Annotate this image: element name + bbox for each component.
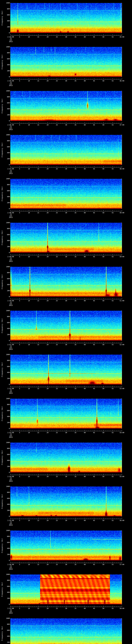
time-tick-label: 10 <box>28 80 30 82</box>
frequency-axis-label: Frequency (Hz) <box>1 91 3 121</box>
spectrogram-panel: Frequency (Hz) 100080060040020002:53:005… <box>0 396 132 440</box>
freq-tick-label: 200 <box>4 26 10 28</box>
date-label: 2015 <box>9 568 13 570</box>
time-tick-label: 20 <box>46 300 48 302</box>
time-tick-label: 20 <box>46 432 48 434</box>
freq-tick-label: 600 <box>4 234 10 236</box>
freq-tick-label: 200 <box>4 554 10 555</box>
time-tick-label: 55 <box>112 476 114 478</box>
time-tick-label: 45 <box>93 212 95 214</box>
time-tick-label: 30 <box>65 300 67 302</box>
freq-tick-label: 200 <box>4 158 10 160</box>
time-tick-label: 25 <box>56 608 58 609</box>
time-tick-label: 35 <box>74 80 76 82</box>
end-time-label: 45:00 <box>120 36 124 38</box>
time-tick-label: 15 <box>37 36 39 38</box>
time-tick-label: 50 <box>102 520 104 522</box>
time-tick-label: 10 <box>28 256 30 258</box>
time-tick-label: 55 <box>112 300 114 302</box>
time-tick-label: 15 <box>37 388 39 390</box>
freq-tick-label: 600 <box>4 58 10 60</box>
time-tick-label: 55 <box>112 256 114 258</box>
time-tick-label: 5 <box>19 476 20 478</box>
end-time-label: 46:00 <box>120 80 124 82</box>
time-tick-label: 20 <box>46 388 48 390</box>
time-tick-label: 45 <box>93 432 95 434</box>
time-tick-label: 10 <box>28 36 30 38</box>
freq-tick-label: 600 <box>4 14 10 16</box>
freq-tick-label: 0 <box>4 252 10 253</box>
time-tick-label: 20 <box>46 168 48 170</box>
freq-tick-label: 600 <box>4 454 10 455</box>
date-label: 2015 <box>9 216 13 218</box>
time-tick-label: 5 <box>19 608 20 609</box>
time-tick-label: 10 <box>28 344 30 346</box>
end-time-label: 49:00 <box>120 212 124 214</box>
time-tick-label: 30 <box>65 80 67 82</box>
date-label: 2015 <box>9 172 13 174</box>
spectrogram-canvas <box>10 486 122 519</box>
time-tick-label: 10 <box>28 564 30 566</box>
freq-tick-label: 600 <box>4 322 10 324</box>
spectrogram-panel: Frequency (Hz) 100080060040020002:58:005… <box>0 616 132 644</box>
freq-tick-label: 400 <box>4 240 10 241</box>
freq-tick-label: 600 <box>4 586 10 587</box>
time-tick-label: 50 <box>102 476 104 478</box>
freq-tick-label: 400 <box>4 416 10 417</box>
freq-tick-label: 800 <box>4 52 10 54</box>
frequency-axis-label: Frequency (Hz) <box>1 135 3 165</box>
end-time-label: 53:00 <box>120 388 124 390</box>
time-tick-label: 25 <box>56 432 58 434</box>
end-time-label: 54:00 <box>120 432 124 434</box>
date-label: 2015 <box>9 436 13 438</box>
time-tick-label: 55 <box>112 520 114 522</box>
time-tick-label: 5 <box>19 388 20 390</box>
time-tick-label: 5 <box>19 212 20 214</box>
frequency-axis-label: Frequency (Hz) <box>1 47 3 77</box>
time-tick-label: 5 <box>19 520 20 522</box>
time-tick-label: 40 <box>84 608 86 609</box>
time-tick-label: 50 <box>102 36 104 38</box>
freq-tick-label: 400 <box>4 548 10 549</box>
freq-tick-label: 400 <box>4 328 10 329</box>
freq-tick-label: 0 <box>4 560 10 561</box>
freq-tick-label: 800 <box>4 360 10 361</box>
time-tick-label: 30 <box>65 256 67 258</box>
time-tick-label: 25 <box>56 388 58 390</box>
time-tick-label: 35 <box>74 476 76 478</box>
time-tick-label: 55 <box>112 344 114 346</box>
time-tick-label: 35 <box>74 520 76 522</box>
frequency-axis-label: Frequency (Hz) <box>1 574 3 604</box>
freq-tick-label: 0 <box>4 296 10 298</box>
time-tick-label: 10 <box>28 432 30 434</box>
time-tick-label: 45 <box>93 36 95 38</box>
freq-tick-label: 200 <box>4 202 10 204</box>
time-tick-label: 50 <box>102 432 104 434</box>
spectrogram-panel: Frequency (Hz) 100080060040020002:55:005… <box>0 484 132 528</box>
time-tick-label: 35 <box>74 608 76 609</box>
freq-tick-label: 200 <box>4 598 10 599</box>
freq-tick-label: 400 <box>4 372 10 373</box>
date-label: 2015 <box>9 260 13 262</box>
time-tick-label: 25 <box>56 36 58 38</box>
freq-tick-label: 200 <box>4 334 10 336</box>
freq-tick-label: 400 <box>4 460 10 461</box>
spectrogram-canvas <box>10 91 122 124</box>
time-tick-label: 10 <box>28 300 30 302</box>
frequency-axis-label: Frequency (Hz) <box>1 530 3 560</box>
time-tick-label: 45 <box>93 124 95 126</box>
time-tick-label: 55 <box>112 168 114 170</box>
date-label: 2015 <box>9 524 13 526</box>
spectrogram-canvas <box>10 574 122 607</box>
time-tick-label: 10 <box>28 212 30 214</box>
freq-tick-label: 1000 <box>4 618 10 619</box>
time-tick-label: 25 <box>56 564 58 566</box>
time-tick-label: 35 <box>74 256 76 258</box>
time-tick-label: 10 <box>28 608 30 609</box>
time-tick-label: 30 <box>65 168 67 170</box>
freq-tick-label: 200 <box>4 642 10 643</box>
freq-tick-label: 1000 <box>4 2 10 4</box>
spectrogram-canvas <box>10 399 122 431</box>
time-tick-label: 55 <box>112 432 114 434</box>
freq-tick-label: 600 <box>4 102 10 104</box>
